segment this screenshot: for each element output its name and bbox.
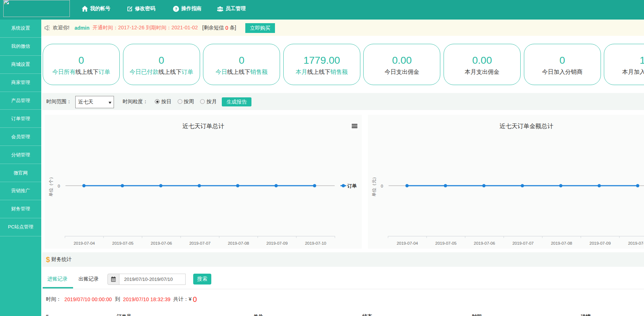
svg-text:0: 0 [58, 184, 60, 188]
svg-text:2019-07-06: 2019-07-06 [151, 241, 172, 245]
svg-text:2019-07-08: 2019-07-08 [551, 241, 572, 245]
svg-text:订单: 订单 [347, 183, 357, 189]
svg-text:近七天订单总计: 近七天订单总计 [182, 123, 224, 129]
svg-text:?: ? [175, 7, 177, 11]
svg-text:2019-07-09: 2019-07-09 [266, 241, 288, 245]
svg-text:近七天订单金额总计: 近七天订单金额总计 [500, 123, 554, 129]
svg-text:单位（元）: 单位（元） [372, 175, 377, 197]
svg-text:单位（个）: 单位（个） [48, 175, 54, 197]
svg-text:2019-07-05: 2019-07-05 [112, 241, 134, 245]
svg-text:2019-07-05: 2019-07-05 [435, 241, 457, 245]
svg-text:2019-07-07: 2019-07-07 [189, 241, 211, 245]
svg-text:2019-07-06: 2019-07-06 [474, 241, 495, 245]
svg-text:2019-07-04: 2019-07-04 [397, 241, 418, 245]
svg-text:2019-07-10: 2019-07-10 [305, 241, 326, 245]
svg-text:2019-07-10: 2019-07-10 [628, 241, 644, 245]
svg-text:2019-07-04: 2019-07-04 [73, 241, 95, 245]
svg-text:2019-07-07: 2019-07-07 [512, 241, 534, 245]
svg-text:2019-07-08: 2019-07-08 [228, 241, 249, 245]
svg-text:2019-07-09: 2019-07-09 [589, 241, 611, 245]
svg-text:0: 0 [381, 184, 383, 188]
